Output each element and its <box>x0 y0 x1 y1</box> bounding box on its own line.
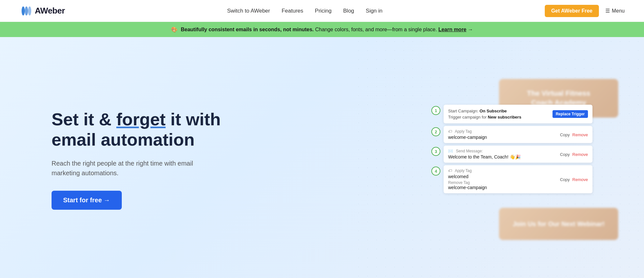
tag-icon-4: 🏷 <box>448 168 452 173</box>
trigger-card: Start Campaign: On Subscribe Trigger cam… <box>444 105 592 123</box>
workflow-step-1: 1 Start Campaign: On Subscribe Trigger c… <box>431 105 592 123</box>
automation-workflow-panel: 1 Start Campaign: On Subscribe Trigger c… <box>431 105 592 196</box>
blurred-bottom-email-card: Join Us for Our Next Webinar! <box>499 208 618 240</box>
trigger-value: On Subscribe <box>480 109 507 113</box>
hamburger-icon: ☰ <box>605 8 610 14</box>
announcement-learn-more-link[interactable]: Learn more <box>438 27 466 32</box>
announcement-banner: 🎨 Beautifully consistent emails in secon… <box>0 22 644 37</box>
remove-button-3[interactable]: Remove <box>572 152 588 157</box>
start-for-free-button[interactable]: Start for free → <box>52 191 122 210</box>
trigger-label: Start Campaign: On Subscribe <box>448 109 521 113</box>
workflow-step-4: 4 🏷 Apply Tag welcomed Remove Tag welcom… <box>431 165 592 193</box>
action-type-label-2: Apply Tag <box>455 129 472 134</box>
hero-heading-accent-word: forget <box>116 110 166 129</box>
svg-point-2 <box>28 6 31 15</box>
nav-sign-in[interactable]: Sign in <box>366 8 382 14</box>
action-type-4a: 🏷 Apply Tag <box>448 168 588 173</box>
action-type-label-4b: Remove Tag <box>448 180 470 185</box>
tag-icon: 🏷 <box>448 129 452 134</box>
copy-button-3[interactable]: Copy <box>560 152 570 157</box>
logo-text: AWeber <box>35 6 65 16</box>
hero-illustration: The Virtual FitnessCoach Academy 1 Start… <box>431 79 618 240</box>
navbar: AWeber Switch to AWeber Features Pricing… <box>0 0 644 22</box>
copy-button-4[interactable]: Copy <box>560 177 570 182</box>
action-value-4b: welcome-campaign <box>448 185 588 190</box>
replace-trigger-button[interactable]: Replace Trigger <box>553 110 588 118</box>
logo[interactable]: AWeber <box>19 4 65 18</box>
action-type-label-3: Send Message: <box>456 149 483 153</box>
announcement-bold-text: Beautifully consistent emails in seconds… <box>181 27 314 32</box>
hero-section: Set it & forget it with email automation… <box>0 37 644 278</box>
trigger-sub-label: Trigger campaign for <box>448 115 486 120</box>
navbar-actions: Get AWeber Free ☰ Menu <box>545 5 625 17</box>
announcement-regular-text: Change colors, fonts, and more—from a si… <box>315 27 437 32</box>
announcement-emoji: 🎨 <box>171 27 178 32</box>
email-icon: ✉️ <box>448 149 453 153</box>
svg-point-1 <box>25 6 28 15</box>
step-circle-3: 3 <box>431 147 440 156</box>
hero-heading-line2: email automation <box>52 130 195 149</box>
hero-heading-line1: Set it & forget it with <box>52 110 221 129</box>
nav-blog[interactable]: Blog <box>343 8 354 14</box>
step-circle-4: 4 <box>431 167 440 176</box>
trigger-label-text: Start Campaign: <box>448 109 478 113</box>
nav-pricing[interactable]: Pricing <box>315 8 332 14</box>
remove-button-4[interactable]: Remove <box>572 177 588 182</box>
hero-heading: Set it & forget it with email automation <box>52 109 221 149</box>
blurred-bottom-card-text: Join Us for Our Next Webinar! <box>513 220 604 228</box>
aweber-logo-icon <box>19 4 34 18</box>
send-message-card: ✉️ Send Message: Welcome to the Team, Co… <box>444 146 592 163</box>
main-nav: Switch to AWeber Features Pricing Blog S… <box>227 8 382 14</box>
card-actions-4: Copy Remove <box>560 177 588 182</box>
nav-switch-to-aweber[interactable]: Switch to AWeber <box>227 8 270 14</box>
trigger-sub-value: New subscribers <box>488 115 521 120</box>
card-actions-3: Copy Remove <box>560 152 588 157</box>
step-circle-1: 1 <box>431 106 440 115</box>
workflow-step-2: 2 🏷 Apply Tag welcome-campaign Copy Remo… <box>431 126 592 143</box>
announcement-arrow: → <box>468 27 473 32</box>
menu-label: Menu <box>612 8 625 14</box>
get-aweber-free-button[interactable]: Get AWeber Free <box>545 5 599 17</box>
menu-toggle-button[interactable]: ☰ Menu <box>605 8 625 14</box>
nav-features[interactable]: Features <box>282 8 303 14</box>
hero-subtext: Reach the right people at the right time… <box>52 158 206 178</box>
trigger-info: Start Campaign: On Subscribe Trigger cam… <box>448 109 521 120</box>
hero-content: Set it & forget it with email automation… <box>52 109 221 209</box>
action-type-label-4a: Apply Tag <box>455 168 472 173</box>
workflow-step-3: 3 ✉️ Send Message: Welcome to the Team, … <box>431 146 592 163</box>
svg-point-0 <box>22 6 25 15</box>
card-actions-2: Copy Remove <box>560 132 588 137</box>
apply-tag-card: 🏷 Apply Tag welcome-campaign Copy Remove <box>444 126 592 143</box>
step-circle-2: 2 <box>431 127 440 136</box>
apply-remove-tag-card: 🏷 Apply Tag welcomed Remove Tag welcome-… <box>444 165 592 193</box>
remove-button-2[interactable]: Remove <box>572 132 588 137</box>
copy-button-2[interactable]: Copy <box>560 132 570 137</box>
trigger-sub: Trigger campaign for New subscribers <box>448 115 521 120</box>
